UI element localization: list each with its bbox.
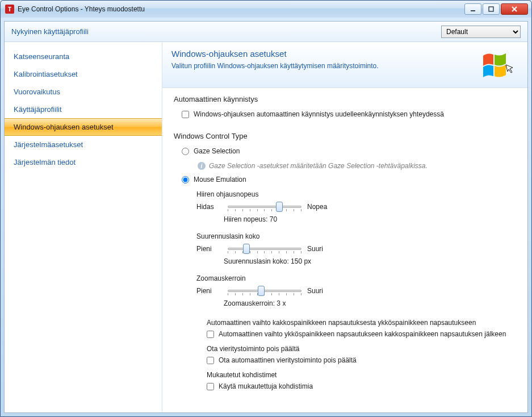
slider-thumb[interactable] xyxy=(276,202,283,212)
mouse-emulation-radio[interactable] xyxy=(182,176,189,184)
scrolloff-checkbox-label: Ota automaattinen vieritystoiminto pois … xyxy=(219,356,357,364)
mouse-speed-title: Hiiren ohjausnopeus xyxy=(196,190,518,198)
svg-rect-1 xyxy=(489,7,493,11)
mouse-emulation-panel: Hiiren ohjausnopeus Hidas Nopea H xyxy=(196,190,518,395)
section-autostart: Automaattinen käynnistys Windows-ohjauks… xyxy=(162,88,527,125)
profile-bar: Nykyinen käyttäjäprofiili Default xyxy=(5,22,527,42)
minimize-button[interactable] xyxy=(464,3,481,15)
page-title: Windows-ohjauksen asetukset xyxy=(171,49,482,59)
windows-logo-icon xyxy=(482,49,518,78)
profile-label: Nykyinen käyttäjäprofiili xyxy=(11,27,89,36)
sidebar-item-system-info[interactable]: Järjestelmän tiedot xyxy=(5,153,162,171)
profile-select[interactable]: Default xyxy=(441,26,521,38)
sidebar-item-gazetracking[interactable]: Katseenseuranta xyxy=(5,48,162,65)
window-buttons xyxy=(464,3,528,15)
page-header: Windows-ohjauksen asetukset Valitun prof… xyxy=(162,42,527,88)
param-magnifier-size: Suurennuslasin koko Pieni Suuri S xyxy=(196,232,518,269)
cursors-checkbox[interactable] xyxy=(207,383,214,390)
close-button[interactable] xyxy=(501,3,528,15)
gaze-selection-radio[interactable] xyxy=(182,148,189,155)
gaze-selection-note: i Gaze Selection -asetukset määritetään … xyxy=(174,160,518,174)
mouse-speed-value: Hiiren nopeus: 70 xyxy=(196,213,518,227)
section-controltype: Windows Control Type Gaze Selection i Ga… xyxy=(162,125,527,397)
titlebar: T Eye Control Options - Yhteys muodostet… xyxy=(1,1,531,18)
app-icon: T xyxy=(5,5,14,14)
magnifier-min: Pieni xyxy=(196,245,222,253)
scrolloff-checkbox[interactable] xyxy=(207,357,214,364)
gaze-selection-label: Gaze Selection xyxy=(194,147,240,155)
scrolloff-heading: Ota vieritystoiminto pois päältä xyxy=(196,343,518,355)
magnifier-value: Suurennuslasin koko: 150 px xyxy=(196,255,518,269)
sidebar-item-interaction[interactable]: Vuorovaikutus xyxy=(5,83,162,101)
cursors-checkbox-label: Käytä mukautettuja kohdistimia xyxy=(219,382,313,390)
zoom-value: Zoomauskerroin: 3 x xyxy=(196,297,518,311)
app-window: T Eye Control Options - Yhteys muodostet… xyxy=(0,0,532,417)
sidebar-item-profiles[interactable]: Käyttäjäprofiilit xyxy=(5,101,162,118)
zoom-factor-slider[interactable] xyxy=(228,285,301,297)
zoom-factor-title: Zoomauskerroin xyxy=(196,274,518,282)
mouse-speed-min: Hidas xyxy=(196,203,222,211)
content: Windows-ohjauksen asetukset Valitun prof… xyxy=(162,42,527,412)
mouse-emulation-label: Mouse Emulation xyxy=(194,176,246,184)
zoom-max: Suuri xyxy=(307,287,333,295)
slider-thumb[interactable] xyxy=(243,244,250,254)
magnifier-size-slider[interactable] xyxy=(228,243,301,255)
window-title: Eye Control Options - Yhteys muodostettu xyxy=(18,5,145,13)
cursors-heading: Mukautetut kohdistimet xyxy=(196,369,518,381)
magnifier-max: Suuri xyxy=(307,245,333,253)
client-area: Nykyinen käyttäjäprofiili Default Katsee… xyxy=(4,21,528,413)
param-mouse-speed: Hiiren ohjausnopeus Hidas Nopea H xyxy=(196,190,518,227)
page-description: Valitun profiilin Windows-ohjauksen käyt… xyxy=(171,62,482,70)
sidebar-item-windows-control[interactable]: Windows-ohjauksen asetukset xyxy=(5,118,162,136)
autoswitch-checkbox[interactable] xyxy=(207,331,214,338)
autoswitch-checkbox-label: Automaattinen vaihto ykköspainikkeen nap… xyxy=(219,330,506,338)
sidebar-item-system-settings[interactable]: Järjestelmäasetukset xyxy=(5,136,162,153)
magnifier-size-title: Suurennuslasin koko xyxy=(196,232,518,240)
sidebar-item-calibration[interactable]: Kalibrointiasetukset xyxy=(5,65,162,83)
controltype-heading: Windows Control Type xyxy=(174,132,518,140)
autoswitch-heading: Automaattinen vaihto kakkospainikkeen na… xyxy=(196,316,518,329)
info-icon: i xyxy=(198,162,206,170)
mouse-speed-slider[interactable] xyxy=(228,201,301,213)
zoom-min: Pieni xyxy=(196,287,222,295)
autostart-checkbox[interactable] xyxy=(182,111,189,118)
slider-thumb[interactable] xyxy=(258,286,265,296)
autostart-heading: Automaattinen käynnistys xyxy=(174,95,518,103)
param-zoom-factor: Zoomauskerroin Pieni Suuri Zoomau xyxy=(196,274,518,311)
body: Katseenseuranta Kalibrointiasetukset Vuo… xyxy=(5,42,527,412)
maximize-button[interactable] xyxy=(483,3,500,15)
mouse-speed-max: Nopea xyxy=(307,203,333,211)
autostart-checkbox-label: Windows-ohjauksen automaattinen käynnist… xyxy=(194,110,444,118)
sidebar: Katseenseuranta Kalibrointiasetukset Vuo… xyxy=(5,42,162,412)
